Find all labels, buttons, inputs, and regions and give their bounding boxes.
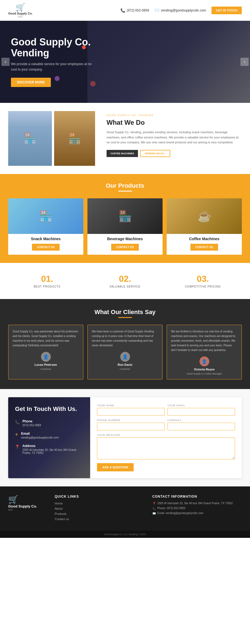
feature-1-label: BEST PRODUCTS <box>11 285 83 288</box>
testimonial-3-avatar: 👤 <box>199 356 209 366</box>
phone-icon: 📞 <box>120 8 125 13</box>
footer-phone: 📞 Phone: (972) 652-0859 <box>152 507 242 510</box>
testimonial-3-role: Good Supply Co Sales Manager <box>187 372 222 375</box>
what-we-do-section: 🏪 🏪 GOOD SUPPLY CO. VENDING What We Do G… <box>0 103 250 174</box>
contact-form: YOUR NAME YOUR EMAIL PHONE NUMBER COMPAN… <box>90 397 242 478</box>
hero-prev-button[interactable]: ‹ <box>1 58 10 66</box>
testimonial-1-author: 👤 Lucas Peterson Customer <box>13 352 79 370</box>
form-group-phone: PHONE NUMBER <box>97 419 165 430</box>
form-row-1: YOUR NAME YOUR EMAIL <box>97 404 235 416</box>
footer-quick-links: QUICK LINKS Home About Products Contact … <box>55 495 144 523</box>
beverage-contact-button[interactable]: CONTACT US <box>111 244 139 251</box>
message-field-label: YOUR MESSAGE <box>97 434 235 436</box>
features-section: 01. BEST PRODUCTS 02. VALUABLE SERVICE 0… <box>0 263 250 299</box>
feature-3-label: COMPETITIVE PRICING <box>167 285 239 288</box>
contact-info: Get In Touch With Us. 📞 Phone (972) 652-… <box>8 397 90 478</box>
contact-email-item: ✈ Email vending@goodsupplycollc.com <box>15 432 83 439</box>
beverage-machine-image: 🏪 <box>87 198 163 234</box>
coffee-machine-image: ☕ <box>167 198 242 234</box>
coffee-contact-button[interactable]: CONTACT US <box>190 244 218 251</box>
email-value: vending@goodsupplycollc.com <box>21 436 59 439</box>
testimonial-3: We are thrilled to introduce our new lin… <box>167 325 242 379</box>
name-field[interactable] <box>97 408 165 416</box>
address-icon: 📍 <box>15 445 20 454</box>
hero-title: Good Supply Co. Vending <box>11 37 93 58</box>
testimonial-2-text: We have been a customer of Good Supply V… <box>92 329 158 348</box>
wwd-title: What We Do <box>107 119 242 126</box>
footer-content: 🛒 Good Supply Co. LLC QUICK LINKS Home A… <box>0 486 250 531</box>
email-icon: ✉️ <box>155 8 159 13</box>
testimonials-grid: Good Supply Co. was passionate about his… <box>8 325 242 379</box>
feature-2-label: VALUABLE SERVICE <box>89 285 161 288</box>
testimonial-3-text: We are thrilled to introduce our new lin… <box>171 329 237 352</box>
vending-mach-button[interactable]: VENDING MACH... <box>140 150 170 157</box>
testimonial-2-author: 👤 Ron Davis Customer <box>92 352 158 370</box>
footer-link-contact[interactable]: Contact us <box>55 517 144 521</box>
wwd-image-1: 🏪 <box>8 111 52 166</box>
discover-more-button[interactable]: DISCOVER MORE <box>11 78 51 87</box>
footer: 🛒 Good Supply Co. LLC QUICK LINKS Home A… <box>0 486 250 538</box>
message-field[interactable] <box>97 437 235 459</box>
feature-2: 02. VALUABLE SERVICE <box>86 271 164 291</box>
wwd-description: Good Supply Co. Vending, provides vendin… <box>107 130 242 145</box>
hero-section: ‹ Good Supply Co. Vending We provide a v… <box>0 21 250 103</box>
coffee-machine-name: Coffee Machines <box>167 237 242 241</box>
product-card-beverage: 🏪 Beverage Machines CONTACT US <box>87 198 163 255</box>
footer-link-about[interactable]: About <box>55 507 144 510</box>
email-field[interactable] <box>167 408 235 416</box>
feature-3: 03. COMPETITIVE PRICING <box>164 271 242 291</box>
hero-description: We provide a valuable service for your e… <box>11 62 93 72</box>
contact-address-item: 📍 Address 2305 W Interstate 20, Ste 40 b… <box>15 444 83 454</box>
footer-link-home[interactable]: Home <box>55 502 144 505</box>
wwd-content: GOOD SUPPLY CO. VENDING What We Do Good … <box>107 111 242 166</box>
get-in-touch-button[interactable]: GET IN TOUCH <box>211 7 242 14</box>
phone-icon: 📞 <box>15 420 20 427</box>
testimonial-1-role: Customer <box>40 368 51 370</box>
clients-section: What Our Clients Say Good Supply Co. was… <box>0 299 250 389</box>
ask-question-button[interactable]: ASK A QUESTION <box>97 463 134 471</box>
coffee-machines-button[interactable]: COFFEE MACHINES <box>107 150 138 157</box>
snack-contact-button[interactable]: CONTACT US <box>32 244 60 251</box>
footer-logo-icon: 🛒 <box>8 495 46 504</box>
clients-title: What Our Clients Say <box>8 309 242 316</box>
hero-next-button[interactable]: › <box>240 58 249 66</box>
testimonial-2-name: Ron Davis <box>118 363 133 366</box>
footer-copyright: Good Supply Co. LLC Vending © 2023 <box>0 531 250 538</box>
products-underline <box>118 191 132 192</box>
feature-3-num: 03. <box>197 274 209 284</box>
phone-field[interactable] <box>97 423 165 430</box>
testimonial-2-role: Customer <box>120 368 130 370</box>
phone-field-label: PHONE NUMBER <box>97 419 165 422</box>
wwd-image-2: 🏪 <box>54 111 95 166</box>
phone-value: (972) 652-0859 <box>22 424 41 427</box>
email-field-label: YOUR EMAIL <box>167 404 235 407</box>
logo-sub: LLC <box>18 15 23 18</box>
footer-email: ✉️ Email: vending@goodsupplycollc.com <box>152 512 242 515</box>
feature-1-num: 01. <box>41 274 53 284</box>
products-section: Our Products 🏪 Snack Machines CONTACT US… <box>0 174 250 263</box>
contact-section: Get In Touch With Us. 📞 Phone (972) 652-… <box>0 389 250 486</box>
email-contact: ✉️ vending@goodsupplycollc.com <box>155 8 206 13</box>
testimonial-2: We have been a customer of Good Supply V… <box>87 325 163 379</box>
contact-title: Get In Touch With Us. <box>15 405 83 413</box>
hero-background <box>87 21 250 103</box>
form-group-message: YOUR MESSAGE <box>97 434 235 460</box>
phone-label: Phone <box>22 419 41 423</box>
snack-machine-image: 🏪 <box>8 198 83 234</box>
feature-2-num: 02. <box>119 274 131 284</box>
testimonial-1-name: Lucas Peterson <box>35 363 57 366</box>
footer-link-products[interactable]: Products <box>55 512 144 515</box>
footer-address: 📍 2305 W Interstate 20, Ste 40 box 394 G… <box>152 502 242 505</box>
footer-phone-icon: 📞 <box>152 507 156 510</box>
products-grid: 🏪 Snack Machines CONTACT US 🏪 Beverage M… <box>8 198 242 255</box>
company-field[interactable] <box>167 423 235 430</box>
address-value: 2305 W Interstate 20, Ste 40 box 394 Gra… <box>22 448 83 454</box>
testimonial-3-author: 👤 Victoria Reyes Good Supply Co Sales Ma… <box>171 356 237 375</box>
footer-logo-name: Good Supply Co. <box>8 504 46 508</box>
email-label: Email <box>21 432 59 436</box>
footer-logo-sub: LLC <box>8 508 46 511</box>
footer-contact-info: CONTACT INFORMATION 📍 2305 W Interstate … <box>152 495 242 517</box>
beverage-machine-name: Beverage Machines <box>87 237 163 241</box>
wwd-label: GOOD SUPPLY CO. VENDING <box>107 114 242 117</box>
feature-1: 01. BEST PRODUCTS <box>8 271 86 291</box>
